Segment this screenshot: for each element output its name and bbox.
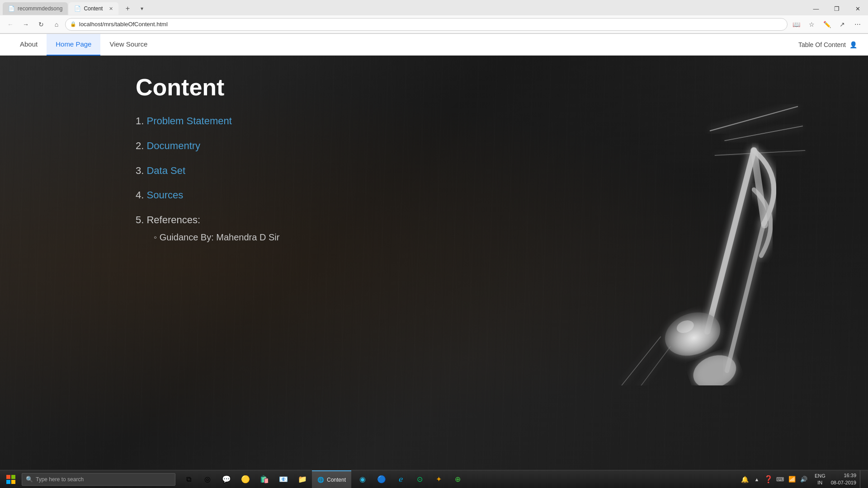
taskbar-pinned-icons: ⧉ ◎ 💬 🟡 🛍️ 📧 📁: [179, 470, 312, 488]
search-icon: 🔍: [26, 476, 33, 483]
dataset-link[interactable]: Data Set: [146, 165, 185, 176]
new-tab-button[interactable]: +: [121, 2, 134, 15]
svg-line-3: [622, 337, 661, 385]
browser-icon: 🌐: [317, 477, 324, 483]
app-icon-extra[interactable]: ✦: [429, 470, 448, 488]
more-button[interactable]: ⋯: [851, 18, 864, 31]
item-number: 1.: [136, 115, 144, 127]
list-item: Guidance By: Mahendra D Sir: [154, 231, 868, 244]
file-explorer-icon[interactable]: 📁: [293, 470, 312, 488]
main-content: Content 1. Problem Statement 2. Document…: [0, 56, 868, 470]
tab-favicon: 📄: [8, 5, 15, 12]
tab-label: recommmdedsong: [18, 5, 62, 12]
share-button[interactable]: ↗: [835, 18, 849, 31]
references-item: 5. References: Guidance By: Mahendra D S…: [136, 213, 868, 244]
browser-chrome: 📄 recommmdedsong 📄 Content ✕ + ▾ — ❐ ✕ ←…: [0, 0, 868, 34]
store-icon[interactable]: 🛍️: [255, 470, 274, 488]
item-number: 2.: [136, 140, 144, 151]
home-button[interactable]: ⌂: [50, 18, 63, 31]
clock-date: 08-07-2019: [831, 479, 856, 486]
taskbar-browser-item[interactable]: 🌐 Content: [312, 470, 351, 488]
back-button[interactable]: ←: [4, 18, 17, 31]
toc-icon: 👤: [849, 41, 857, 48]
cortana-button[interactable]: ◎: [198, 470, 217, 488]
page-title: Content: [136, 74, 868, 101]
system-clock[interactable]: 16:39 08-07-2019: [831, 472, 856, 486]
lang-line2: IN: [817, 479, 822, 486]
green-icon[interactable]: ⊕: [448, 470, 467, 488]
taskbar-extra-icons: ◉ 🔵 ℯ ⊙ ✦ ⊕: [353, 470, 467, 488]
restore-button[interactable]: ❐: [826, 1, 847, 16]
search-bar[interactable]: 🔍 Type here to search: [22, 473, 175, 486]
toc-list: 1. Problem Statement 2. Documentry 3. Da…: [136, 114, 868, 244]
messenger-icon[interactable]: 💬: [217, 470, 236, 488]
tab-label: Content: [84, 5, 103, 12]
svg-rect-14: [11, 480, 15, 484]
svg-rect-11: [6, 475, 10, 479]
security-icon: 🔒: [70, 21, 76, 27]
edge-icon[interactable]: ◉: [353, 470, 372, 488]
nav-extra-buttons: 📖 ☆ ✏️ ↗ ⋯: [789, 18, 864, 31]
list-item: 2. Documentry: [136, 139, 868, 153]
table-of-content-link[interactable]: Table Of Content 👤: [798, 41, 857, 48]
svg-line-7: [727, 224, 764, 371]
lang-line1: ENG: [815, 473, 826, 479]
language-indicator[interactable]: ENG IN: [813, 473, 827, 486]
documentry-link[interactable]: Documentry: [146, 140, 200, 151]
guidance-text: Guidance By: Mahendra D Sir: [160, 232, 280, 242]
tab-content[interactable]: 📄 Content ✕: [69, 2, 118, 15]
tab-bar: 📄 recommmdedsong 📄 Content ✕ + ▾ — ❐ ✕: [0, 0, 868, 15]
notification-icon[interactable]: 🔔: [740, 470, 750, 488]
sources-link[interactable]: Sources: [146, 189, 183, 201]
tray-icons: 🔔 ▲ ❓ ⌨ 📶 🔊: [740, 470, 809, 488]
loading-icon[interactable]: ⊙: [410, 470, 429, 488]
tab-dropdown-button[interactable]: ▾: [136, 2, 148, 15]
forward-button[interactable]: →: [19, 18, 33, 31]
ie-icon[interactable]: ℯ: [391, 470, 410, 488]
refresh-button[interactable]: ↻: [34, 18, 48, 31]
mail-icon[interactable]: 📧: [274, 470, 293, 488]
start-button[interactable]: [0, 470, 22, 488]
expand-tray-button[interactable]: ▲: [751, 470, 762, 488]
clock-time: 16:39: [844, 472, 856, 479]
nav-view-source[interactable]: View Source: [100, 34, 156, 56]
show-desktop-button[interactable]: [860, 470, 863, 488]
content-area: Content 1. Problem Statement 2. Document…: [0, 56, 868, 244]
toc-label: Table Of Content: [798, 41, 846, 48]
nav-home-page[interactable]: Home Page: [47, 34, 100, 56]
address-bar[interactable]: 🔒 localhost/mrs/tableOfContent.html: [65, 18, 788, 31]
sub-list: Guidance By: Mahendra D Sir: [136, 231, 868, 244]
close-button[interactable]: ✕: [847, 1, 868, 16]
browser-tab-label: Content: [327, 477, 346, 483]
reading-view-button[interactable]: 📖: [789, 18, 803, 31]
help-icon[interactable]: ❓: [763, 470, 774, 488]
task-view-button[interactable]: ⧉: [179, 470, 198, 488]
problem-statement-link[interactable]: Problem Statement: [146, 115, 231, 127]
taskbar: 🔍 Type here to search ⧉ ◎ 💬 🟡 🛍️ 📧 📁 🌐 C…: [0, 470, 868, 488]
item-number: 4.: [136, 189, 144, 201]
chrome-icon[interactable]: 🔵: [372, 470, 391, 488]
item-number: 3.: [136, 165, 144, 176]
tab-recommmdedsong[interactable]: 📄 recommmdedsong: [3, 2, 68, 15]
minimize-button[interactable]: —: [806, 1, 826, 16]
photos-icon[interactable]: 🟡: [236, 470, 255, 488]
tab-favicon: 📄: [74, 5, 81, 12]
references-label: References:: [146, 214, 200, 225]
network-icon[interactable]: 📶: [787, 470, 797, 488]
volume-icon[interactable]: 🔊: [798, 470, 809, 488]
list-item: 1. Problem Statement: [136, 114, 868, 128]
url-text: localhost/mrs/tableOfContent.html: [79, 21, 168, 28]
svg-rect-13: [6, 480, 10, 484]
favorites-button[interactable]: ☆: [805, 18, 818, 31]
list-item: 4. Sources: [136, 188, 868, 202]
svg-rect-12: [11, 475, 15, 479]
keyboard-icon[interactable]: ⌨: [775, 470, 786, 488]
nav-about[interactable]: About: [11, 34, 47, 56]
list-item: 3. Data Set: [136, 164, 868, 178]
page-navbar: About Home Page View Source Table Of Con…: [0, 34, 868, 56]
search-input: Type here to search: [36, 476, 84, 483]
windows-logo: [6, 475, 15, 484]
taskbar-right: 🔔 ▲ ❓ ⌨ 📶 🔊 ENG IN 16:39 08-07-2019: [740, 470, 868, 488]
tab-close-button[interactable]: ✕: [109, 6, 113, 12]
web-notes-button[interactable]: ✏️: [820, 18, 834, 31]
